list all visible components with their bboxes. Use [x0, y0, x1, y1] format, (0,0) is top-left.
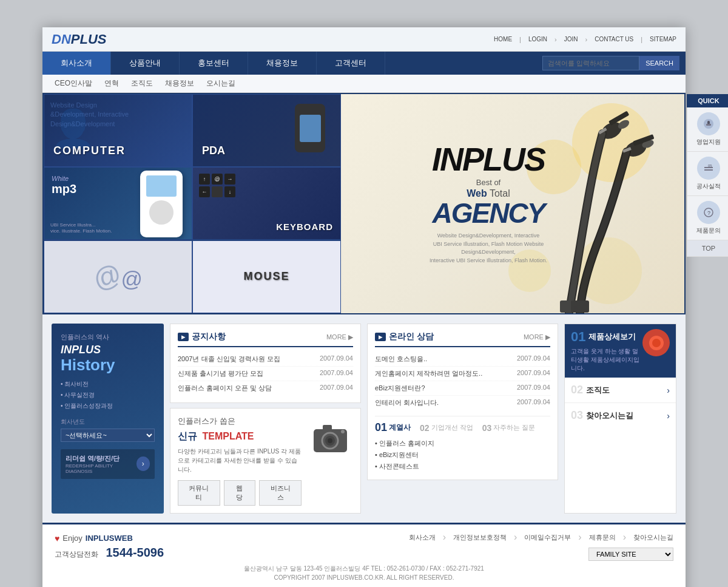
search-area: SEARCH [542, 56, 686, 70]
online-list: 도메인 호스팅을.. 2007.09.04 게인홈페이지 제작하려면 얼마정도.… [375, 352, 550, 410]
online-item-2: eBiz지원센터란? 2007.09.04 [375, 381, 550, 396]
product-num-1: 02 [571, 384, 583, 396]
support-icon [697, 112, 720, 135]
hero-computer[interactable]: 👤 Website Design&Development, Interactiv… [44, 94, 192, 167]
sub-nav-history[interactable]: 연혁 [104, 78, 119, 89]
template-btn-community[interactable]: 커뮤니티 [178, 480, 220, 506]
product-box: 01 제품상세보기 고객을 웃게 하는 생활 멀티생활 제품상세페이지입니다. … [564, 324, 676, 514]
product-num-0: 01 [571, 329, 585, 345]
footer-nav-location[interactable]: 찾아오시는길 [633, 533, 673, 542]
company-tab-1: 01 계열사 [375, 421, 411, 434]
template-btn-web[interactable]: 웹 당 [224, 480, 256, 506]
company-num-1: 01 [375, 421, 387, 434]
footer-phone-label: 고객상담전화 [55, 550, 98, 558]
hero-mouse-label[interactable]: MOUSE [192, 240, 341, 313]
online-title-text: 온라인 상담 [389, 331, 434, 342]
footer: ♥ Enjoy INPLUSWEB 고객상담전화 1544-5096 회사소개 … [42, 523, 686, 587]
company-links: • 인플러스 홈페이지 • eBiz지원센터 • 사전콘테스트 [375, 438, 550, 472]
content-area: 인플러스의 역사 INPLUS History • 최사비전 • 사무실전경 •… [42, 314, 686, 523]
svg-text:05: 05 [708, 164, 712, 168]
online-more-link[interactable]: MORE ▶ [524, 333, 550, 341]
template-new-text: 신규 [178, 431, 197, 441]
svg-text:?: ? [707, 210, 710, 216]
sub-nav: CEO인사말 연혁 조직도 채용정보 오시는길 [42, 75, 686, 93]
online-company-column: ▶ 온라인 상담 MORE ▶ 도메인 호스팅을.. 2007.09.04 게인… [367, 324, 558, 514]
top-nav-join[interactable]: JOIN [564, 36, 578, 42]
hero-mp3[interactable]: White mp3 UBI Service Illustra...vice. I… [44, 167, 192, 240]
online-item-0-text: 도메인 호스팅을.. [375, 355, 427, 364]
svg-point-21 [328, 438, 332, 443]
nav-item-pr[interactable]: 홍보센터 [180, 52, 248, 75]
template-box: 인플러스가 쏩은 신규 TEMPLATE 다양한 카테고리 님들과 다른 INP… [170, 408, 361, 514]
readership-box[interactable]: 리더쉽 역/량/진/단 REDERSHIP ABILITY DIAGNOSIS … [61, 449, 155, 479]
product-item-2[interactable]: 03 찾아오시는길 › [565, 403, 676, 428]
quick-title: QUICK [687, 94, 728, 107]
footer-top-row: ♥ Enjoy INPLUSWEB 고객상담전화 1544-5096 회사소개 … [55, 532, 673, 561]
sub-nav-location[interactable]: 오시는길 [206, 78, 235, 89]
quick-item-construction[interactable]: 05 공사실적 [687, 152, 728, 196]
hero-section: 👤 Website Design&Development, Interactiv… [42, 93, 686, 314]
quick-item-inquiry[interactable]: ? 제품문의 [687, 196, 728, 240]
construction-icon: 05 [697, 157, 720, 180]
year-select[interactable]: ~선택하세요~ [61, 429, 155, 442]
top-button[interactable]: TOP [687, 240, 728, 257]
sub-nav-org[interactable]: 조직도 [131, 78, 153, 89]
footer-enjoy: Enjoy [62, 534, 83, 543]
top-nav-login[interactable]: LOGIN [528, 36, 547, 42]
online-item-3: 인테리어 회사입니다. 2007.09.04 [375, 396, 550, 410]
notice-title-area: ▶ 공지사항 [178, 331, 226, 342]
product-num-2: 03 [571, 409, 583, 422]
history-inplus: INPLUS [61, 344, 155, 356]
nav-item-company[interactable]: 회사소개 [42, 52, 111, 75]
company-label-2: 기업개선 작업 [431, 423, 473, 432]
history-item-vision[interactable]: • 최사비전 [61, 379, 155, 390]
notice-section-icon: ▶ [178, 333, 189, 341]
search-input[interactable] [542, 56, 639, 70]
history-box: 인플러스의 역사 INPLUS History • 최사비전 • 사무실전경 •… [52, 324, 164, 514]
company-link-0[interactable]: • 인플러스 홈페이지 [375, 438, 550, 449]
company-link-2[interactable]: • 사전콘테스트 [375, 461, 550, 472]
search-button[interactable]: SEARCH [639, 56, 679, 70]
product-name-0: 제품상세보기 [588, 331, 636, 342]
company-link-1[interactable]: • eBiz지원센터 [375, 449, 550, 461]
history-item-office[interactable]: • 사무실전경 [61, 390, 155, 401]
hero-pda[interactable]: PDA [192, 94, 341, 167]
nav-item-recruit[interactable]: 채용정보 [248, 52, 317, 75]
online-item-1-date: 2007.09.04 [517, 369, 550, 378]
company-tab-3[interactable]: 03 자주하는 질문 [482, 421, 536, 434]
product-item-0[interactable]: 01 제품상세보기 고객을 웃게 하는 생활 멀티생활 제품상세페이지입니다. [565, 324, 676, 378]
company-tab-2[interactable]: 02 기업개선 작업 [420, 421, 473, 434]
product-item-1[interactable]: 02 조직도 › [565, 378, 676, 403]
footer-nav-partnership[interactable]: 제휴문의 [589, 533, 616, 542]
hero-keyboard[interactable]: ↑ @ → ← ↓ KEYBOARD [192, 167, 341, 240]
notice-more-link[interactable]: MORE ▶ [326, 333, 353, 341]
history-item-growth[interactable]: • 인플러스성장과정 [61, 401, 155, 412]
notice-item-0-date: 2007.09.04 [320, 355, 353, 364]
footer-nav-email[interactable]: 이메일수집거부 [524, 533, 571, 542]
quick-item-support[interactable]: 영업지원 [687, 107, 728, 152]
footer-nav-company[interactable]: 회사소개 [409, 533, 436, 542]
pda-label: PDA [202, 144, 225, 157]
sub-nav-ceo[interactable]: CEO인사말 [55, 78, 92, 89]
online-item-3-text: 인테리어 회사입니다. [375, 398, 439, 407]
top-nav-contact[interactable]: CONTACT US [595, 36, 633, 42]
template-btn-business[interactable]: 비즈니스 [259, 480, 302, 506]
product-arrow-2: › [667, 411, 670, 421]
footer-logo: ♥ Enjoy INPLUSWEB [55, 534, 164, 543]
top-nav-sitemap[interactable]: SITEMAP [650, 36, 676, 42]
notice-item-1-date: 2007.09.04 [320, 369, 353, 378]
notice-item-2: 인플러스 홈페이지 오픈 및 상담 2007.09.04 [178, 381, 353, 395]
template-content: 인플러스가 쏩은 신규 TEMPLATE 다양한 카테고리 님들과 다른 INP… [178, 416, 302, 506]
nav-item-products[interactable]: 상품안내 [111, 52, 180, 75]
family-site-select[interactable]: FAMILY SITE [588, 548, 673, 561]
sub-nav-recruit[interactable]: 채용정보 [165, 78, 194, 89]
footer-heart-icon: ♥ [55, 534, 59, 543]
top-nav-home[interactable]: HOME [494, 36, 512, 42]
nav-item-customer[interactable]: 고객센터 [317, 52, 385, 75]
year-select-label: 회사년도 [61, 418, 155, 426]
quick-support-label: 영업지원 [696, 138, 721, 146]
hero-left-grid: 👤 Website Design&Development, Interactiv… [44, 94, 341, 313]
hero-mouse-icons[interactable]: @ @ [44, 240, 192, 313]
computer-label: COMPUTER [53, 144, 126, 157]
footer-nav-privacy[interactable]: 개인정보보호정책 [453, 533, 507, 542]
